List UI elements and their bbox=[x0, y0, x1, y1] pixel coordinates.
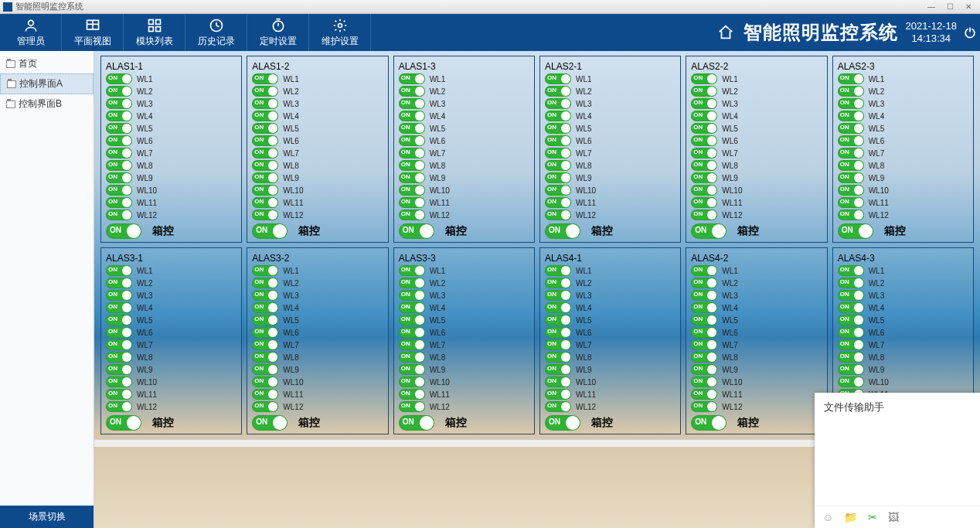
toggle-switch[interactable]: ON bbox=[252, 339, 278, 350]
toggle-switch[interactable]: ON bbox=[106, 265, 132, 276]
toggle-switch[interactable]: ON bbox=[838, 135, 864, 146]
toggle-switch[interactable]: ON bbox=[545, 185, 571, 196]
toggle-switch[interactable]: ON bbox=[691, 172, 717, 183]
box-toggle-switch[interactable]: ON bbox=[252, 415, 288, 431]
box-toggle-switch[interactable]: ON bbox=[838, 223, 873, 239]
toggle-switch[interactable]: ON bbox=[691, 265, 717, 276]
toggle-switch[interactable]: ON bbox=[399, 315, 425, 325]
toggle-switch[interactable]: ON bbox=[252, 315, 278, 325]
toggle-switch[interactable]: ON bbox=[838, 265, 864, 276]
toggle-switch[interactable]: ON bbox=[252, 160, 278, 171]
toggle-switch[interactable]: ON bbox=[106, 401, 132, 412]
toggle-switch[interactable]: ON bbox=[545, 86, 571, 97]
toggle-switch[interactable]: ON bbox=[545, 209, 571, 220]
toggle-switch[interactable]: ON bbox=[691, 123, 717, 134]
minimize-button[interactable]: — bbox=[923, 2, 940, 11]
toggle-switch[interactable]: ON bbox=[252, 209, 278, 220]
toggle-switch[interactable]: ON bbox=[399, 172, 425, 183]
toggle-switch[interactable]: ON bbox=[399, 265, 425, 276]
toggle-switch[interactable]: ON bbox=[106, 148, 132, 158]
box-toggle-switch[interactable]: ON bbox=[691, 415, 726, 431]
toggle-switch[interactable]: ON bbox=[106, 160, 132, 171]
toggle-switch[interactable]: ON bbox=[691, 209, 717, 220]
toggle-switch[interactable]: ON bbox=[691, 339, 717, 350]
toggle-switch[interactable]: ON bbox=[106, 98, 132, 109]
toggle-switch[interactable]: ON bbox=[399, 339, 425, 350]
toggle-switch[interactable]: ON bbox=[252, 290, 278, 301]
toggle-switch[interactable]: ON bbox=[399, 290, 425, 301]
maximize-button[interactable]: ☐ bbox=[941, 2, 958, 11]
toggle-switch[interactable]: ON bbox=[545, 265, 571, 276]
toggle-switch[interactable]: ON bbox=[399, 86, 425, 97]
toggle-switch[interactable]: ON bbox=[252, 98, 278, 109]
toggle-switch[interactable]: ON bbox=[545, 111, 571, 121]
toggle-switch[interactable]: ON bbox=[399, 364, 425, 375]
toggle-switch[interactable]: ON bbox=[545, 302, 571, 313]
toggle-switch[interactable]: ON bbox=[838, 327, 864, 338]
toggle-switch[interactable]: ON bbox=[545, 148, 571, 158]
toggle-switch[interactable]: ON bbox=[545, 172, 571, 183]
nav-maint[interactable]: 维护设置 bbox=[309, 14, 371, 51]
toggle-switch[interactable]: ON bbox=[106, 339, 132, 350]
file-transfer-popup[interactable]: 文件传输助手 ☺ 📁 ✂ 🖼 bbox=[815, 393, 980, 528]
toggle-switch[interactable]: ON bbox=[252, 401, 278, 412]
toggle-switch[interactable]: ON bbox=[252, 265, 278, 276]
toggle-switch[interactable]: ON bbox=[691, 73, 717, 84]
toggle-switch[interactable]: ON bbox=[399, 327, 425, 338]
toggle-switch[interactable]: ON bbox=[252, 185, 278, 196]
box-toggle-switch[interactable]: ON bbox=[545, 223, 580, 239]
box-toggle-switch[interactable]: ON bbox=[399, 415, 434, 431]
toggle-switch[interactable]: ON bbox=[545, 123, 571, 134]
toggle-switch[interactable]: ON bbox=[399, 111, 425, 121]
toggle-switch[interactable]: ON bbox=[838, 278, 864, 288]
toggle-switch[interactable]: ON bbox=[252, 111, 278, 121]
toggle-switch[interactable]: ON bbox=[252, 278, 278, 288]
toggle-switch[interactable]: ON bbox=[691, 98, 717, 109]
folder-icon[interactable]: 📁 bbox=[844, 511, 857, 523]
toggle-switch[interactable]: ON bbox=[252, 148, 278, 158]
toggle-switch[interactable]: ON bbox=[252, 364, 278, 375]
toggle-switch[interactable]: ON bbox=[838, 364, 864, 375]
toggle-switch[interactable]: ON bbox=[545, 135, 571, 146]
toggle-switch[interactable]: ON bbox=[106, 302, 132, 313]
toggle-switch[interactable]: ON bbox=[545, 315, 571, 325]
toggle-switch[interactable]: ON bbox=[399, 123, 425, 134]
toggle-switch[interactable]: ON bbox=[691, 389, 717, 400]
toggle-switch[interactable]: ON bbox=[399, 148, 425, 158]
toggle-switch[interactable]: ON bbox=[252, 376, 278, 387]
toggle-switch[interactable]: ON bbox=[838, 290, 864, 301]
toggle-switch[interactable]: ON bbox=[838, 197, 864, 208]
toggle-switch[interactable]: ON bbox=[838, 185, 864, 196]
toggle-switch[interactable]: ON bbox=[106, 111, 132, 121]
toggle-switch[interactable]: ON bbox=[838, 352, 864, 363]
toggle-switch[interactable]: ON bbox=[252, 327, 278, 338]
toggle-switch[interactable]: ON bbox=[838, 73, 864, 84]
toggle-switch[interactable]: ON bbox=[399, 197, 425, 208]
scissors-icon[interactable]: ✂ bbox=[868, 511, 877, 523]
toggle-switch[interactable]: ON bbox=[252, 197, 278, 208]
toggle-switch[interactable]: ON bbox=[545, 327, 571, 338]
toggle-switch[interactable]: ON bbox=[399, 209, 425, 220]
toggle-switch[interactable]: ON bbox=[252, 86, 278, 97]
toggle-switch[interactable]: ON bbox=[106, 327, 132, 338]
toggle-switch[interactable]: ON bbox=[691, 376, 717, 387]
power-icon[interactable] bbox=[965, 24, 975, 41]
toggle-switch[interactable]: ON bbox=[399, 401, 425, 412]
nav-timer[interactable]: 定时设置 bbox=[247, 14, 309, 51]
toggle-switch[interactable]: ON bbox=[691, 160, 717, 171]
box-toggle-switch[interactable]: ON bbox=[691, 223, 726, 239]
toggle-switch[interactable]: ON bbox=[106, 352, 132, 363]
toggle-switch[interactable]: ON bbox=[838, 148, 864, 158]
toggle-switch[interactable]: ON bbox=[691, 135, 717, 146]
scene-switch-button[interactable]: 场景切换 bbox=[0, 506, 94, 528]
toggle-switch[interactable]: ON bbox=[691, 148, 717, 158]
toggle-switch[interactable]: ON bbox=[106, 315, 132, 325]
toggle-switch[interactable]: ON bbox=[691, 352, 717, 363]
toggle-switch[interactable]: ON bbox=[691, 197, 717, 208]
nav-plan[interactable]: 平面视图 bbox=[62, 14, 124, 51]
sidebar-item[interactable]: 控制界面B bbox=[0, 94, 94, 114]
toggle-switch[interactable]: ON bbox=[838, 123, 864, 134]
toggle-switch[interactable]: ON bbox=[691, 302, 717, 313]
toggle-switch[interactable]: ON bbox=[106, 278, 132, 288]
toggle-switch[interactable]: ON bbox=[399, 302, 425, 313]
